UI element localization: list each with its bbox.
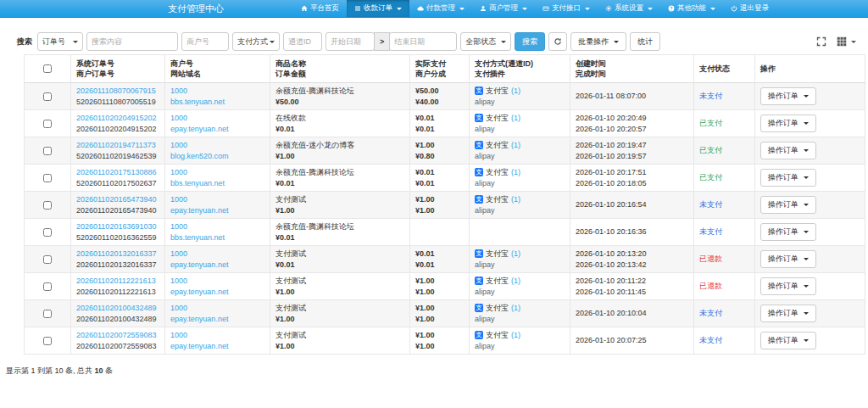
site-domain-link[interactable]: blog.ken520.com: [170, 152, 229, 160]
nav-item-platform-home[interactable]: 平台首页: [293, 0, 347, 17]
row-checkbox[interactable]: [43, 228, 52, 237]
nav-item-payout-management[interactable]: 付款管理: [409, 0, 472, 17]
merchant-id-link[interactable]: 1000: [170, 277, 187, 285]
site-domain-link[interactable]: epay.tenyuan.net: [170, 288, 228, 296]
orders-table-wrap: 系统订单号商户订单号 商户号网站域名 商品名称订单金额 实际支付商户分成 支付方…: [24, 54, 865, 355]
system-order-link[interactable]: 2026011020132016337: [76, 249, 156, 258]
nav-item-system-settings[interactable]: 系统设置: [598, 0, 660, 17]
alipay-icon: 支: [475, 114, 483, 122]
order-amount: ¥1.00: [275, 205, 404, 216]
site-domain-link[interactable]: epay.tenyuan.net: [170, 342, 228, 350]
summary-prefix: 显示第 1 到第 10 条, 总共: [6, 366, 95, 375]
system-order-link[interactable]: 2026011020194711373: [76, 141, 156, 149]
merchant-cell: 1000 epay.tenyuan.net: [165, 246, 270, 273]
status-select-value: 全部状态: [465, 36, 496, 48]
order-action-button[interactable]: 操作订单: [760, 142, 816, 159]
stats-button[interactable]: 统计: [630, 32, 660, 51]
system-order-link[interactable]: 2026011020072559083: [76, 331, 156, 339]
site-domain-link[interactable]: epay.tenyuan.net: [170, 315, 228, 323]
merchant-id-link[interactable]: 1000: [170, 87, 187, 95]
row-checkbox[interactable]: [43, 201, 52, 210]
chevron-down-icon: [804, 231, 809, 233]
site-domain-link[interactable]: epay.tenyuan.net: [170, 125, 228, 133]
system-order-link[interactable]: 2026011020112221613: [76, 277, 156, 285]
product-cell: 余额充值-腾渊科技论坛 ¥0.01: [270, 219, 410, 246]
columns-toggle-button[interactable]: [837, 36, 856, 47]
order-action-button[interactable]: 操作订单: [760, 115, 816, 132]
site-domain-link[interactable]: epay.tenyuan.net: [170, 260, 228, 269]
col-header-status: 支付状态: [694, 55, 755, 83]
batch-actions-button[interactable]: 批量操作: [570, 32, 626, 51]
created-time: 2026-01-10 20:11:22: [576, 276, 688, 287]
merchant-id-link[interactable]: 1000: [170, 331, 187, 339]
date-separator-button[interactable]: >: [374, 32, 390, 51]
site-domain-link[interactable]: epay.tenyuan.net: [170, 206, 228, 215]
row-checkbox[interactable]: [43, 174, 52, 182]
system-order-link[interactable]: 2026011108070067915: [76, 87, 156, 95]
merchant-id-link[interactable]: 1000: [170, 249, 187, 258]
status-cell: 未支付: [694, 219, 755, 246]
chevron-down-icon: [804, 204, 809, 206]
end-date-input[interactable]: [389, 32, 457, 51]
nav-item-payment-interface[interactable]: 支付接口: [535, 0, 598, 17]
site-domain-link[interactable]: bbs.tenyuan.net: [170, 179, 225, 187]
pay-method-select[interactable]: 支付方式: [232, 32, 280, 51]
order-action-button[interactable]: 操作订单: [760, 87, 816, 105]
channel-id: (1): [511, 249, 520, 260]
system-order-link[interactable]: 2026011020100432489: [76, 304, 156, 312]
status-cell: 已支付: [694, 137, 755, 165]
row-checkbox[interactable]: [43, 120, 52, 128]
system-order-link[interactable]: 2026011020204915202: [76, 114, 156, 122]
order-action-button[interactable]: 操作订单: [760, 250, 816, 268]
system-order-link[interactable]: 2026011020165473940: [76, 195, 156, 204]
row-checkbox[interactable]: [43, 92, 52, 101]
completed-time: 2026-01-10 20:18:05: [576, 178, 688, 189]
order-action-button[interactable]: 操作订单: [760, 196, 816, 214]
site-domain-link[interactable]: bbs.tenyuan.net: [170, 233, 225, 242]
search-button[interactable]: 搜索: [515, 32, 545, 51]
merchant-id-link[interactable]: 1000: [170, 114, 187, 122]
col-header-product: 商品名称订单金额: [270, 55, 410, 83]
order-action-button[interactable]: 操作订单: [760, 332, 816, 349]
status-badge: 未支付: [699, 92, 722, 100]
status-select[interactable]: 全部状态: [460, 32, 511, 51]
merchant-id-link[interactable]: 1000: [170, 168, 187, 176]
order-action-button[interactable]: 操作订单: [760, 223, 816, 241]
actions-cell: 操作订单: [755, 273, 865, 300]
system-order-link[interactable]: 2026011020175130886: [76, 168, 156, 176]
refresh-button[interactable]: [548, 32, 567, 51]
row-checkbox[interactable]: [43, 282, 52, 291]
row-checkbox[interactable]: [43, 147, 52, 155]
nav-item-logout[interactable]: 退出登录: [723, 0, 776, 17]
merchant-order-no: 5202601102019462539: [76, 151, 159, 162]
nav-item-other-functions[interactable]: 其他功能: [660, 0, 723, 17]
merchant-share: ¥0.80: [415, 151, 464, 162]
order-action-button[interactable]: 操作订单: [760, 277, 816, 295]
merchant-id-input[interactable]: [181, 32, 229, 51]
plugin-name: alipay: [475, 97, 565, 108]
search-type-select[interactable]: 订单号: [37, 32, 83, 51]
select-all-checkbox[interactable]: [43, 64, 52, 73]
merchant-id-link[interactable]: 1000: [170, 304, 187, 312]
row-checkbox[interactable]: [43, 255, 52, 264]
cloud-icon: [417, 5, 424, 12]
merchant-order-no: 2026011020112221613: [76, 287, 159, 298]
merchant-id-link[interactable]: 1000: [170, 222, 187, 231]
fullscreen-icon[interactable]: [816, 36, 826, 47]
site-domain-link[interactable]: bbs.tenyuan.net: [170, 98, 225, 106]
status-badge: 已退款: [699, 282, 722, 290]
order-action-button[interactable]: 操作订单: [760, 305, 816, 322]
merchant-id-link[interactable]: 1000: [170, 141, 187, 149]
merchant-id-link[interactable]: 1000: [170, 195, 187, 204]
nav-item-merchant-management[interactable]: 商户管理: [472, 0, 535, 17]
order-no-cell: 2026011020072559083 2026011020072559083: [71, 327, 165, 355]
alipay-icon: 支: [475, 195, 483, 204]
start-date-input[interactable]: [326, 32, 375, 51]
keyword-input[interactable]: [86, 32, 178, 51]
system-order-link[interactable]: 2026011020163691030: [76, 222, 156, 231]
order-action-button[interactable]: 操作订单: [760, 169, 816, 187]
row-checkbox[interactable]: [43, 310, 52, 318]
nav-item-receive-orders[interactable]: 收款订单: [347, 0, 409, 17]
row-checkbox[interactable]: [43, 337, 52, 345]
channel-id-input[interactable]: [283, 32, 322, 51]
